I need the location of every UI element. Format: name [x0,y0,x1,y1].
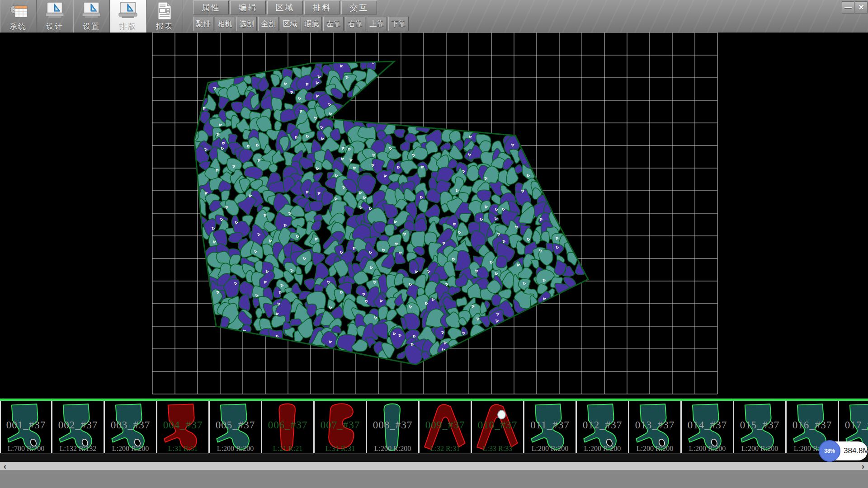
thumbnail-cell-004_#37[interactable]: 004_#37L:31 R:31 [157,401,210,453]
tool-button-8[interactable]: 右靠 [345,17,365,31]
nav-report-button[interactable]: 报表 [146,0,183,33]
thumbnail-label: 013_#37 [629,419,680,431]
thumbnail-lr-count: L:200 R:200 [105,445,156,453]
thumbnail-cell-009_#37[interactable]: 009_#37L:32 R:31 [420,401,472,453]
thumbnail-cell-015_#37[interactable]: 015_#37L:200 R:200 [734,401,787,453]
nav-layout-label: 排版 [119,21,137,32]
thumbnail-label: 015_#37 [734,419,785,431]
thumbnail-label: 010_#37 [472,419,523,431]
menu-tab-2[interactable]: 编辑 [230,0,266,14]
scroll-right-arrow-icon[interactable]: › [859,462,867,470]
thumbnail-cell-007_#37[interactable]: 007_#37L:31 R:31 [315,401,367,453]
menu-tab-3[interactable]: 区域 [267,0,303,14]
thumbnail-cell-002_#37[interactable]: 002_#37L:132 R:132 [52,401,105,453]
nav-report-label: 报表 [156,21,173,32]
percent-indicator: 38% [819,440,840,462]
thumbnail-label: 007_#37 [315,419,366,431]
system-gear-icon [7,1,29,21]
thumbnail-cell-014_#37[interactable]: 014_#37L:200 R:200 [682,401,734,453]
nav-system-button[interactable]: 系统 [0,0,37,33]
thumbnail-label: 006_#37 [262,419,313,431]
menu-tab-1[interactable]: 属性 [193,0,229,14]
thumbnail-lr-count: L:200 R:200 [682,445,733,453]
nesting-canvas[interactable] [0,33,868,399]
horizontal-scrollbar[interactable]: ‹ › [0,462,868,470]
tool-button-2[interactable]: 相机 [215,17,235,31]
thumbnail-lr-count: L:200 R:200 [734,445,785,453]
memory-value: 384.8M [844,441,868,460]
nav-design-label: 设计 [46,21,63,32]
status-footer [0,470,868,488]
thumbnail-cell-003_#37[interactable]: 003_#37L:200 R:200 [105,401,157,453]
settings-ruler-icon [80,1,103,21]
thumbnail-lr-count: L:200 R:200 [367,445,418,453]
nesting-view [0,33,868,399]
memory-status-badge[interactable]: 38% 384.8M [819,441,868,460]
nav-settings-button[interactable]: 设置 [73,0,110,33]
thumbnail-lr-count: L:700 R:700 [1,445,51,453]
menu-tabs: 属性编辑区域排料交互 [193,0,377,15]
tool-button-3[interactable]: 选割 [236,17,257,31]
nav-settings-label: 设置 [83,21,100,32]
thumbnail-label: 002_#37 [52,419,104,431]
minimize-button[interactable]: — [842,1,854,14]
strip-lower-band [0,454,868,462]
thumbnail-lr-count: L:32 R:31 [420,445,471,453]
thumbnail-lr-count: L:200 R:200 [629,445,680,453]
tool-button-10[interactable]: 下靠 [388,17,409,31]
nav-system-label: 系统 [9,21,27,32]
thumbnail-lr-count: L:33 R:33 [472,445,523,453]
thumbnail-label: 005_#37 [210,419,261,431]
tool-button-7[interactable]: 左靠 [323,17,344,31]
percent-value: 38% [824,448,835,454]
thumbnail-cell-001_#37[interactable]: 001_#37L:700 R:700 [0,401,52,453]
thumbnail-cell-005_#37[interactable]: 005_#37L:200 R:200 [210,401,262,453]
thumbnail-label: 016_#37 [787,419,838,431]
nav-layout-button[interactable]: 排版 [110,0,146,33]
application-window: 系统 设计 设置 [0,0,868,488]
thumbnail-label: 017_#37 [839,419,868,431]
thumbnail-label: 001_#37 [1,419,51,431]
tool-button-9[interactable]: 上靠 [367,17,387,31]
thumbnail-cell-012_#37[interactable]: 012_#37L:200 R:200 [577,401,629,453]
close-button[interactable]: ✕ [855,1,868,14]
thumbnail-lr-count: L:200 R:200 [577,445,628,453]
thumbnail-cell-010_#37[interactable]: 010_#37L:33 R:33 [472,401,524,453]
thumbnail-lr-count: L:31 R:31 [315,445,366,453]
thumbnail-cell-006_#37[interactable]: 006_#37L:21 R:21 [262,401,315,453]
tool-button-4[interactable]: 全割 [258,17,278,31]
scroll-left-arrow-icon[interactable]: ‹ [1,462,9,470]
thumbnail-label: 009_#37 [420,419,471,431]
thumbnail-lr-count: L:200 R:200 [524,445,576,453]
thumbnail-label: 014_#37 [682,419,733,431]
thumbnail-label: 004_#37 [157,419,208,431]
thumbnail-lr-count: L:132 R:132 [52,445,104,453]
nested-pieces [189,55,589,366]
thumbnail-cell-008_#37[interactable]: 008_#37L:200 R:200 [367,401,420,453]
thumbnail-cell-013_#37[interactable]: 013_#37L:200 R:200 [629,401,682,453]
thumbnail-lr-count: L:31 R:31 [157,445,208,453]
piece-thumbnail-strip: 001_#37L:700 R:700002_#37L:132 R:132003_… [0,401,868,454]
menu-tab-5[interactable]: 交互 [341,0,377,14]
menu-tab-4[interactable]: 排料 [304,0,340,14]
layout-ruler-icon [117,1,139,21]
thumbnail-label: 011_#37 [524,419,576,431]
thumbnail-lr-count: L:21 R:21 [262,445,313,453]
report-document-icon [153,1,176,21]
tool-button-1[interactable]: 聚排 [193,17,213,31]
main-toolbar: 系统 设计 设置 [0,0,868,33]
thumbnail-label: 003_#37 [105,419,156,431]
tool-button-5[interactable]: 区域 [280,17,300,31]
thumbnail-label: 008_#37 [367,419,418,431]
thumbnail-lr-count: L:200 R:200 [210,445,261,453]
nav-design-button[interactable]: 设计 [37,0,73,33]
tool-button-6[interactable]: 瑕疵 [302,17,322,31]
thumbnail-label: 012_#37 [577,419,628,431]
design-ruler-icon [43,1,66,21]
tool-buttons: 聚排相机选割全割区域瑕疵左靠右靠上靠下靠 [193,17,409,32]
thumbnail-cell-011_#37[interactable]: 011_#37L:200 R:200 [524,401,577,453]
